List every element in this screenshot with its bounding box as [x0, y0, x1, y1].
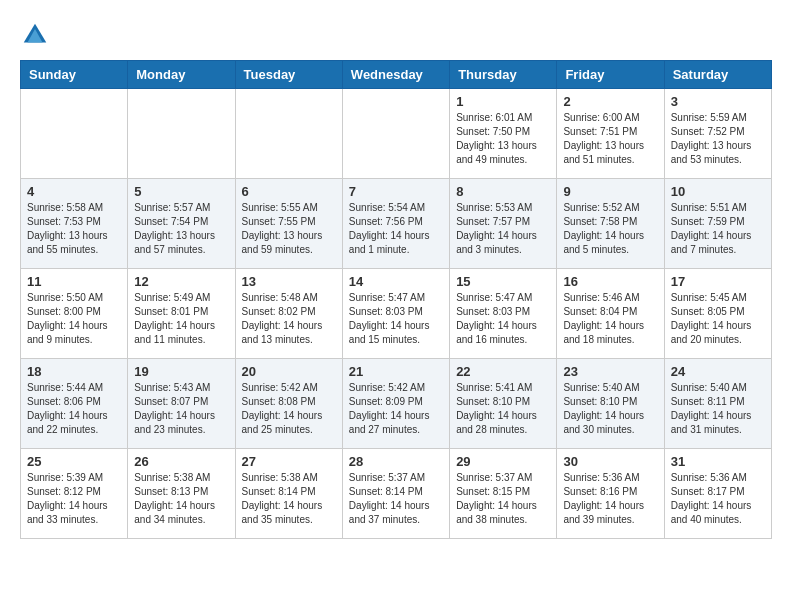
day-info: Sunrise: 5:50 AM Sunset: 8:00 PM Dayligh… — [27, 291, 121, 347]
day-info: Sunrise: 5:54 AM Sunset: 7:56 PM Dayligh… — [349, 201, 443, 257]
day-number: 20 — [242, 364, 336, 379]
page-header — [20, 20, 772, 50]
calendar-cell: 13Sunrise: 5:48 AM Sunset: 8:02 PM Dayli… — [235, 269, 342, 359]
day-info: Sunrise: 5:51 AM Sunset: 7:59 PM Dayligh… — [671, 201, 765, 257]
calendar-cell: 1Sunrise: 6:01 AM Sunset: 7:50 PM Daylig… — [450, 89, 557, 179]
calendar-cell: 12Sunrise: 5:49 AM Sunset: 8:01 PM Dayli… — [128, 269, 235, 359]
calendar-cell: 26Sunrise: 5:38 AM Sunset: 8:13 PM Dayli… — [128, 449, 235, 539]
day-number: 9 — [563, 184, 657, 199]
day-info: Sunrise: 5:57 AM Sunset: 7:54 PM Dayligh… — [134, 201, 228, 257]
calendar-table: SundayMondayTuesdayWednesdayThursdayFrid… — [20, 60, 772, 539]
calendar-cell — [235, 89, 342, 179]
weekday-header-monday: Monday — [128, 61, 235, 89]
calendar-cell: 18Sunrise: 5:44 AM Sunset: 8:06 PM Dayli… — [21, 359, 128, 449]
day-number: 2 — [563, 94, 657, 109]
calendar-cell: 6Sunrise: 5:55 AM Sunset: 7:55 PM Daylig… — [235, 179, 342, 269]
day-number: 8 — [456, 184, 550, 199]
logo — [20, 20, 54, 50]
day-info: Sunrise: 5:59 AM Sunset: 7:52 PM Dayligh… — [671, 111, 765, 167]
logo-icon — [20, 20, 50, 50]
calendar-cell: 29Sunrise: 5:37 AM Sunset: 8:15 PM Dayli… — [450, 449, 557, 539]
day-info: Sunrise: 5:40 AM Sunset: 8:11 PM Dayligh… — [671, 381, 765, 437]
day-info: Sunrise: 5:58 AM Sunset: 7:53 PM Dayligh… — [27, 201, 121, 257]
day-info: Sunrise: 6:00 AM Sunset: 7:51 PM Dayligh… — [563, 111, 657, 167]
calendar-week-2: 4Sunrise: 5:58 AM Sunset: 7:53 PM Daylig… — [21, 179, 772, 269]
calendar-cell: 27Sunrise: 5:38 AM Sunset: 8:14 PM Dayli… — [235, 449, 342, 539]
day-number: 31 — [671, 454, 765, 469]
calendar-cell: 15Sunrise: 5:47 AM Sunset: 8:03 PM Dayli… — [450, 269, 557, 359]
calendar-cell: 20Sunrise: 5:42 AM Sunset: 8:08 PM Dayli… — [235, 359, 342, 449]
calendar-cell: 24Sunrise: 5:40 AM Sunset: 8:11 PM Dayli… — [664, 359, 771, 449]
day-number: 12 — [134, 274, 228, 289]
day-number: 29 — [456, 454, 550, 469]
day-number: 14 — [349, 274, 443, 289]
day-number: 26 — [134, 454, 228, 469]
day-number: 19 — [134, 364, 228, 379]
day-number: 10 — [671, 184, 765, 199]
day-info: Sunrise: 5:45 AM Sunset: 8:05 PM Dayligh… — [671, 291, 765, 347]
day-info: Sunrise: 5:43 AM Sunset: 8:07 PM Dayligh… — [134, 381, 228, 437]
day-info: Sunrise: 6:01 AM Sunset: 7:50 PM Dayligh… — [456, 111, 550, 167]
day-info: Sunrise: 5:49 AM Sunset: 8:01 PM Dayligh… — [134, 291, 228, 347]
day-number: 17 — [671, 274, 765, 289]
day-info: Sunrise: 5:36 AM Sunset: 8:16 PM Dayligh… — [563, 471, 657, 527]
calendar-cell: 28Sunrise: 5:37 AM Sunset: 8:14 PM Dayli… — [342, 449, 449, 539]
weekday-header-tuesday: Tuesday — [235, 61, 342, 89]
day-info: Sunrise: 5:38 AM Sunset: 8:14 PM Dayligh… — [242, 471, 336, 527]
day-info: Sunrise: 5:44 AM Sunset: 8:06 PM Dayligh… — [27, 381, 121, 437]
calendar-cell: 19Sunrise: 5:43 AM Sunset: 8:07 PM Dayli… — [128, 359, 235, 449]
day-number: 7 — [349, 184, 443, 199]
day-info: Sunrise: 5:38 AM Sunset: 8:13 PM Dayligh… — [134, 471, 228, 527]
day-info: Sunrise: 5:37 AM Sunset: 8:14 PM Dayligh… — [349, 471, 443, 527]
day-info: Sunrise: 5:53 AM Sunset: 7:57 PM Dayligh… — [456, 201, 550, 257]
day-number: 24 — [671, 364, 765, 379]
calendar-cell: 31Sunrise: 5:36 AM Sunset: 8:17 PM Dayli… — [664, 449, 771, 539]
calendar-week-4: 18Sunrise: 5:44 AM Sunset: 8:06 PM Dayli… — [21, 359, 772, 449]
calendar-cell: 2Sunrise: 6:00 AM Sunset: 7:51 PM Daylig… — [557, 89, 664, 179]
day-number: 15 — [456, 274, 550, 289]
day-number: 11 — [27, 274, 121, 289]
day-info: Sunrise: 5:37 AM Sunset: 8:15 PM Dayligh… — [456, 471, 550, 527]
calendar-cell: 30Sunrise: 5:36 AM Sunset: 8:16 PM Dayli… — [557, 449, 664, 539]
day-number: 28 — [349, 454, 443, 469]
day-info: Sunrise: 5:55 AM Sunset: 7:55 PM Dayligh… — [242, 201, 336, 257]
calendar-cell: 9Sunrise: 5:52 AM Sunset: 7:58 PM Daylig… — [557, 179, 664, 269]
calendar-week-1: 1Sunrise: 6:01 AM Sunset: 7:50 PM Daylig… — [21, 89, 772, 179]
calendar-cell: 21Sunrise: 5:42 AM Sunset: 8:09 PM Dayli… — [342, 359, 449, 449]
day-info: Sunrise: 5:47 AM Sunset: 8:03 PM Dayligh… — [349, 291, 443, 347]
day-info: Sunrise: 5:39 AM Sunset: 8:12 PM Dayligh… — [27, 471, 121, 527]
day-info: Sunrise: 5:42 AM Sunset: 8:09 PM Dayligh… — [349, 381, 443, 437]
day-info: Sunrise: 5:52 AM Sunset: 7:58 PM Dayligh… — [563, 201, 657, 257]
day-info: Sunrise: 5:46 AM Sunset: 8:04 PM Dayligh… — [563, 291, 657, 347]
calendar-cell: 16Sunrise: 5:46 AM Sunset: 8:04 PM Dayli… — [557, 269, 664, 359]
day-number: 27 — [242, 454, 336, 469]
calendar-cell: 7Sunrise: 5:54 AM Sunset: 7:56 PM Daylig… — [342, 179, 449, 269]
weekday-header-thursday: Thursday — [450, 61, 557, 89]
calendar-cell: 11Sunrise: 5:50 AM Sunset: 8:00 PM Dayli… — [21, 269, 128, 359]
calendar-cell: 3Sunrise: 5:59 AM Sunset: 7:52 PM Daylig… — [664, 89, 771, 179]
calendar-cell — [128, 89, 235, 179]
calendar-body: 1Sunrise: 6:01 AM Sunset: 7:50 PM Daylig… — [21, 89, 772, 539]
day-number: 25 — [27, 454, 121, 469]
calendar-cell — [21, 89, 128, 179]
day-number: 30 — [563, 454, 657, 469]
day-info: Sunrise: 5:47 AM Sunset: 8:03 PM Dayligh… — [456, 291, 550, 347]
day-number: 6 — [242, 184, 336, 199]
day-info: Sunrise: 5:40 AM Sunset: 8:10 PM Dayligh… — [563, 381, 657, 437]
weekday-header-sunday: Sunday — [21, 61, 128, 89]
calendar-cell: 8Sunrise: 5:53 AM Sunset: 7:57 PM Daylig… — [450, 179, 557, 269]
day-info: Sunrise: 5:48 AM Sunset: 8:02 PM Dayligh… — [242, 291, 336, 347]
calendar-cell: 14Sunrise: 5:47 AM Sunset: 8:03 PM Dayli… — [342, 269, 449, 359]
calendar-week-3: 11Sunrise: 5:50 AM Sunset: 8:00 PM Dayli… — [21, 269, 772, 359]
calendar-cell: 10Sunrise: 5:51 AM Sunset: 7:59 PM Dayli… — [664, 179, 771, 269]
day-number: 22 — [456, 364, 550, 379]
weekday-header-row: SundayMondayTuesdayWednesdayThursdayFrid… — [21, 61, 772, 89]
calendar-week-5: 25Sunrise: 5:39 AM Sunset: 8:12 PM Dayli… — [21, 449, 772, 539]
day-number: 4 — [27, 184, 121, 199]
calendar-cell: 22Sunrise: 5:41 AM Sunset: 8:10 PM Dayli… — [450, 359, 557, 449]
day-number: 21 — [349, 364, 443, 379]
day-number: 13 — [242, 274, 336, 289]
day-number: 16 — [563, 274, 657, 289]
calendar-cell: 25Sunrise: 5:39 AM Sunset: 8:12 PM Dayli… — [21, 449, 128, 539]
calendar-cell — [342, 89, 449, 179]
